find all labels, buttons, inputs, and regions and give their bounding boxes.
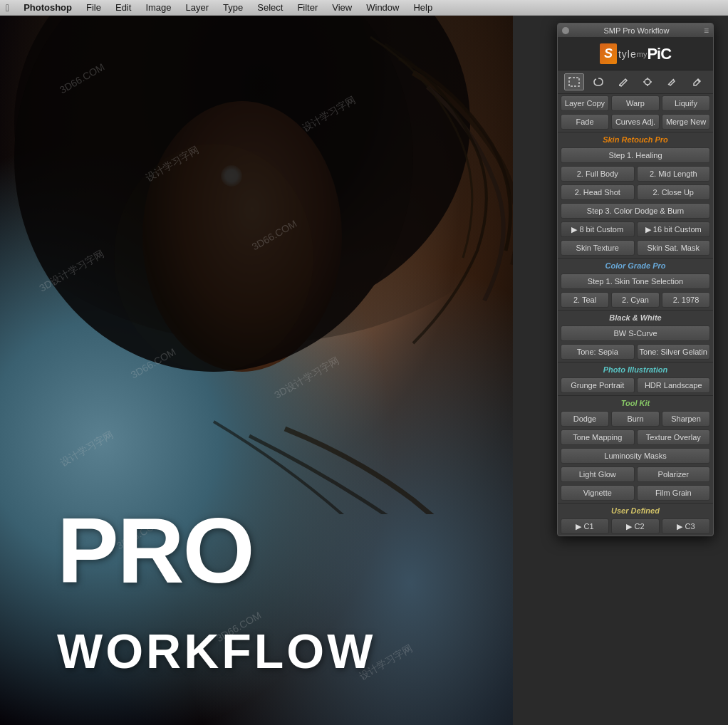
texture-overlay-button[interactable]: Texture Overlay [637, 429, 711, 445]
full-body-button[interactable]: 2. Full Body [561, 166, 635, 182]
svg-rect-3 [569, 78, 579, 86]
svg-line-9 [673, 79, 674, 80]
workflow-text: WORKFLOW [57, 627, 375, 675]
panel-menu-button[interactable]: ≡ [704, 26, 709, 36]
selection-icon[interactable] [564, 73, 584, 90]
polarizer-button[interactable]: Polarizer [637, 466, 711, 482]
row-full-body-mid: 2. Full Body 2. Mid Length [558, 165, 713, 183]
row-dodge-burn-sharpen: Dodge Burn Sharpen [558, 410, 713, 428]
toolkit-header: Tool Kit [558, 397, 713, 410]
mid-length-button[interactable]: 2. Mid Length [637, 166, 711, 182]
user-defined-header: User Defined [558, 504, 713, 517]
photo-illustration-header: Photo Illustration [558, 363, 713, 376]
row-teal-cyan-1978: 2. Teal 2. Cyan 2. 1978 [558, 291, 713, 309]
row-vignette-film-grain: Vignette Film Grain [558, 484, 713, 502]
row-tone-sepia-gelatin: Tone: Sepia Tone: Silver Gelatin [558, 343, 713, 361]
divider-6 [558, 503, 713, 504]
burn-button[interactable]: Burn [611, 411, 660, 427]
16bit-custom-button[interactable]: ▶ 16 bit Custom [637, 221, 711, 237]
canvas-area: 3D66.COM 设计学习字网 3D设计学习字网 3D66.COM 设计学习字网… [0, 16, 728, 725]
1978-button[interactable]: 2. 1978 [662, 292, 710, 308]
film-grain-button[interactable]: Film Grain [637, 485, 711, 501]
row-fade-curves: Fade Curves Adj. Merge New [558, 113, 713, 131]
row-skin-texture: Skin Texture Skin Sat. Mask [558, 239, 713, 257]
svg-point-4 [645, 79, 650, 85]
panel-titlebar: SMP Pro Workflow ≡ [558, 24, 713, 38]
menu-help[interactable]: Help [407, 0, 438, 16]
head-shot-button[interactable]: 2. Head Shot [561, 184, 635, 200]
logo-pic: PiC [647, 45, 671, 63]
menu-view[interactable]: View [326, 0, 358, 16]
close-up-button[interactable]: 2. Close Up [637, 184, 711, 200]
divider-3 [558, 310, 713, 311]
c3-button[interactable]: ▶ C3 [662, 518, 710, 534]
menu-select[interactable]: Select [251, 0, 288, 16]
row-c1-c2-c3: ▶ C1 ▶ C2 ▶ C3 [558, 517, 713, 536]
row-light-glow-polarizer: Light Glow Polarizer [558, 465, 713, 484]
row-bit-custom: ▶ 8 bit Custom ▶ 16 bit Custom [558, 220, 713, 239]
row-grunge-hdr: Grunge Portrait HDR Landscape [558, 376, 713, 395]
clone-icon[interactable] [638, 73, 657, 90]
menu-filter[interactable]: Filter [291, 0, 323, 16]
8bit-custom-button[interactable]: ▶ 8 bit Custom [561, 221, 635, 237]
skin-texture-button[interactable]: Skin Texture [561, 240, 635, 256]
tone-silver-gelatin-button[interactable]: Tone: Silver Gelatin [637, 344, 711, 360]
menu-layer[interactable]: Layer [180, 0, 215, 16]
logo-my: my [637, 50, 648, 58]
photo-background: 3D66.COM 设计学习字网 3D设计学习字网 3D66.COM 设计学习字网… [0, 16, 513, 725]
step1-skin-tone-button[interactable]: Step 1. Skin Tone Selection [561, 273, 710, 289]
panel-title: SMP Pro Workflow [604, 26, 670, 35]
menu-window[interactable]: Window [360, 0, 405, 16]
tone-mapping-button[interactable]: Tone Mapping [561, 429, 635, 445]
menu-image[interactable]: Image [140, 0, 177, 16]
divider-1 [558, 132, 713, 132]
step1-healing-button[interactable]: Step 1. Healing [561, 147, 710, 163]
merge-new-button[interactable]: Merge New [662, 114, 710, 130]
menu-edit[interactable]: Edit [110, 0, 137, 16]
apple-menu[interactable]:  [6, 2, 9, 14]
dodge-button[interactable]: Dodge [561, 411, 609, 427]
color-grade-header: Color Grade Pro [558, 259, 713, 272]
bw-header: Black & White [558, 311, 713, 324]
skin-retouch-header: Skin Retouch Pro [558, 133, 713, 146]
cyan-button[interactable]: 2. Cyan [611, 292, 660, 308]
vignette-button[interactable]: Vignette [561, 485, 635, 501]
panel-close-button[interactable] [562, 27, 569, 34]
light-glow-button[interactable]: Light Glow [561, 466, 635, 482]
menu-file[interactable]: File [80, 0, 107, 16]
fade-button[interactable]: Fade [561, 114, 609, 130]
brush-icon[interactable] [613, 73, 633, 90]
logo-box: S [600, 43, 617, 64]
row-head-shot-close-up: 2. Head Shot 2. Close Up [558, 183, 713, 202]
warp-button[interactable]: Warp [611, 95, 660, 111]
curves-adj-button[interactable]: Curves Adj. [611, 114, 660, 130]
menu-photoshop[interactable]: Photoshop [18, 0, 78, 16]
tone-sepia-button[interactable]: Tone: Sepia [561, 344, 635, 360]
c2-button[interactable]: ▶ C2 [611, 518, 660, 534]
c1-button[interactable]: ▶ C1 [561, 518, 609, 534]
grunge-portrait-button[interactable]: Grunge Portrait [561, 377, 635, 393]
divider-2 [558, 258, 713, 259]
bw-scurve-button[interactable]: BW S-Curve [561, 325, 710, 341]
icon-toolbar [558, 71, 713, 94]
sharpen-button[interactable]: Sharpen [662, 411, 710, 427]
divider-4 [558, 362, 713, 362]
row-layer-copy-warp: Layer Copy Warp Liquify [558, 94, 713, 113]
svg-point-2 [114, 144, 313, 372]
panel-logo: S tyle my PiC [558, 38, 713, 71]
pro-text: PRO [57, 504, 254, 597]
pencil-icon[interactable] [662, 73, 682, 90]
layer-copy-button[interactable]: Layer Copy [561, 95, 609, 111]
menubar:  Photoshop File Edit Image Layer Type S… [0, 0, 728, 16]
step3-dodge-burn-button[interactable]: Step 3. Color Dodge & Burn [561, 203, 710, 219]
skin-sat-mask-button[interactable]: Skin Sat. Mask [637, 240, 711, 256]
eyedropper-icon[interactable] [687, 73, 707, 90]
smp-panel: SMP Pro Workflow ≡ S tyle my PiC [557, 23, 714, 536]
menu-type[interactable]: Type [217, 0, 249, 16]
liquify-button[interactable]: Liquify [662, 95, 710, 111]
teal-button[interactable]: 2. Teal [561, 292, 609, 308]
hdr-landscape-button[interactable]: HDR Landscape [637, 377, 711, 393]
lasso-icon[interactable] [588, 73, 608, 90]
luminosity-masks-button[interactable]: Luminosity Masks [561, 448, 710, 464]
row-tone-mapping-texture: Tone Mapping Texture Overlay [558, 428, 713, 447]
